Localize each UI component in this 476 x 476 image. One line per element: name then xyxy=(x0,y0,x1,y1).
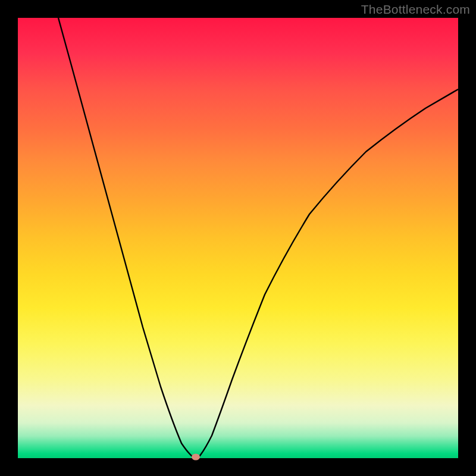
optimal-point-marker xyxy=(192,454,200,461)
chart-frame: TheBottleneck.com xyxy=(0,0,476,476)
watermark-text: TheBottleneck.com xyxy=(361,2,470,17)
gradient-plot-area xyxy=(18,18,458,458)
